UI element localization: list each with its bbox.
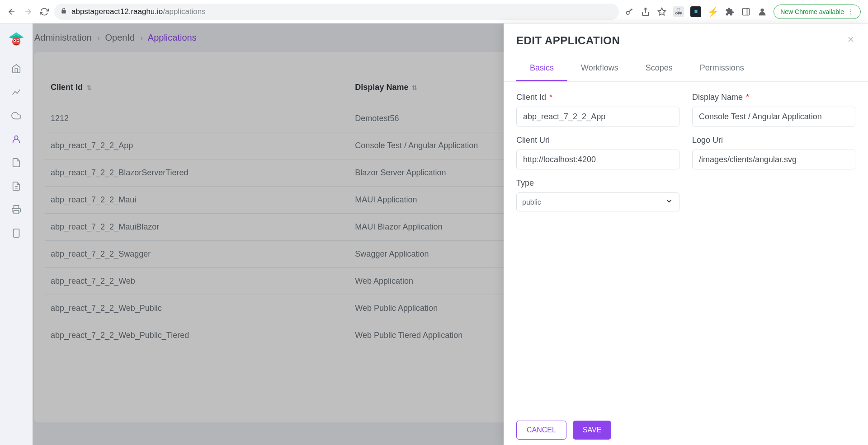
cancel-button[interactable]: CANCEL [516, 421, 566, 440]
label-displayname: Display Name * [692, 93, 855, 102]
panel-tabs: Basics Workflows Scopes Permissions [504, 57, 868, 82]
svg-point-4 [760, 8, 764, 11]
sidebar-item-home[interactable] [6, 59, 26, 79]
star-icon[interactable] [657, 7, 667, 17]
forward-button[interactable] [24, 7, 33, 16]
url-text: abpstagereact12.raaghu.io/applications [71, 7, 206, 16]
close-button[interactable] [846, 35, 855, 47]
label-clientid: Client Id * [516, 93, 679, 102]
address-bar[interactable]: abpstagereact12.raaghu.io/applications [54, 4, 619, 20]
back-button[interactable] [7, 7, 16, 16]
svg-rect-13 [14, 211, 19, 214]
extension-react-icon[interactable]: ⚛ [690, 6, 701, 17]
lock-icon [61, 8, 67, 15]
input-displayname[interactable] [692, 107, 855, 126]
tab-workflows[interactable]: Workflows [567, 57, 632, 81]
svg-rect-14 [14, 229, 19, 237]
sidebar-item-users[interactable] [6, 129, 26, 149]
tab-scopes[interactable]: Scopes [632, 57, 686, 81]
share-icon[interactable] [641, 7, 651, 17]
label-clienturi: Client Uri [516, 136, 679, 145]
chrome-update-button[interactable]: New Chrome available ⋮ [774, 5, 861, 19]
svg-point-0 [626, 11, 629, 14]
save-button[interactable]: SAVE [573, 421, 612, 440]
select-type[interactable]: public [516, 192, 679, 211]
sidebar-item-analytics[interactable] [6, 82, 26, 102]
sidebar-item-mobile[interactable] [6, 223, 26, 243]
sidebar-item-print[interactable] [6, 200, 26, 220]
browser-toolbar: abpstagereact12.raaghu.io/applications ⬚… [0, 0, 868, 23]
label-type: Type [516, 178, 679, 188]
sidebar-item-files[interactable] [6, 153, 26, 173]
edit-application-panel: EDIT APPLICATION Basics Workflows Scopes… [504, 23, 868, 445]
input-logouri[interactable] [692, 150, 855, 169]
sidebar [0, 23, 33, 445]
tab-permissions[interactable]: Permissions [686, 57, 758, 81]
extension-off-icon[interactable]: ⬚OFF [673, 6, 684, 17]
key-icon[interactable] [624, 7, 634, 17]
sidepanel-icon[interactable] [741, 7, 751, 17]
reload-button[interactable] [40, 7, 49, 16]
sidebar-item-cloud[interactable] [6, 106, 26, 126]
svg-point-10 [14, 136, 18, 139]
label-logouri: Logo Uri [692, 136, 855, 145]
sidebar-item-documents[interactable] [6, 176, 26, 196]
panel-title: EDIT APPLICATION [516, 34, 620, 47]
input-clientid[interactable] [516, 107, 679, 126]
svg-rect-2 [743, 8, 750, 15]
extension-lightning-icon[interactable]: ⚡ [708, 6, 718, 17]
app-logo[interactable] [5, 29, 27, 51]
svg-point-8 [14, 40, 15, 41]
svg-point-9 [17, 40, 19, 41]
input-clienturi[interactable] [516, 150, 679, 169]
profile-icon[interactable] [757, 7, 767, 17]
svg-marker-1 [658, 8, 666, 15]
extensions-icon[interactable] [725, 7, 735, 17]
tab-basics[interactable]: Basics [516, 57, 567, 81]
